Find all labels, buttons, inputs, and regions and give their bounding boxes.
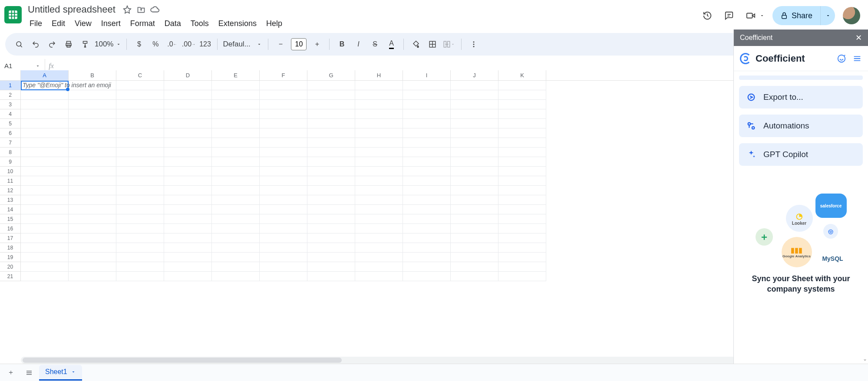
cell[interactable] [21, 138, 69, 148]
cell[interactable] [260, 195, 307, 205]
number-format-button[interactable]: 123 [198, 36, 212, 52]
cell[interactable] [69, 233, 116, 243]
cell[interactable] [307, 157, 355, 167]
cell[interactable] [451, 233, 498, 243]
cell[interactable] [164, 128, 212, 138]
cell[interactable] [355, 128, 403, 138]
cell[interactable] [21, 262, 69, 272]
cell[interactable] [307, 176, 355, 186]
cell[interactable] [69, 167, 116, 176]
column-header[interactable]: G [307, 70, 355, 80]
cell[interactable] [260, 109, 307, 119]
cell[interactable] [164, 167, 212, 176]
add-sheet-icon[interactable]: ＋ [3, 366, 19, 380]
cell[interactable] [212, 119, 260, 128]
cell[interactable] [307, 128, 355, 138]
cell[interactable] [403, 148, 451, 157]
row-header[interactable]: 14 [0, 205, 21, 214]
cell[interactable] [355, 262, 403, 272]
cell[interactable] [355, 148, 403, 157]
cell[interactable] [307, 119, 355, 128]
cell[interactable] [498, 157, 546, 167]
cell[interactable] [212, 90, 260, 100]
cell[interactable] [355, 224, 403, 233]
cell[interactable] [116, 157, 164, 167]
cell[interactable] [355, 243, 403, 253]
column-header[interactable]: C [116, 70, 164, 80]
cell[interactable] [498, 148, 546, 157]
cell[interactable] [355, 167, 403, 176]
column-header[interactable]: E [212, 70, 260, 80]
cloud-status-icon[interactable] [150, 5, 160, 14]
cell[interactable] [307, 100, 355, 109]
cell[interactable] [355, 100, 403, 109]
cell[interactable] [21, 233, 69, 243]
print-icon[interactable] [62, 36, 76, 52]
cell[interactable] [164, 81, 212, 90]
cell[interactable] [212, 205, 260, 214]
column-header[interactable]: A [21, 70, 69, 80]
cell[interactable] [164, 119, 212, 128]
cell[interactable] [451, 224, 498, 233]
cell[interactable] [307, 195, 355, 205]
cell[interactable] [451, 100, 498, 109]
star-icon[interactable] [122, 5, 132, 14]
cell[interactable] [116, 205, 164, 214]
cell[interactable] [307, 81, 355, 90]
cell[interactable] [21, 224, 69, 233]
cell[interactable] [451, 138, 498, 148]
cell[interactable] [307, 262, 355, 272]
column-header[interactable]: K [498, 70, 546, 80]
chat-icon[interactable] [837, 54, 846, 63]
cell[interactable] [116, 214, 164, 224]
cell[interactable] [116, 90, 164, 100]
cell[interactable] [69, 109, 116, 119]
cell[interactable] [116, 81, 164, 90]
cell[interactable] [116, 195, 164, 205]
borders-icon[interactable] [426, 36, 439, 52]
cell[interactable] [212, 262, 260, 272]
decrease-font-icon[interactable]: − [274, 36, 287, 52]
cell[interactable] [403, 205, 451, 214]
menu-view[interactable]: View [70, 17, 96, 30]
cell[interactable] [498, 272, 546, 281]
cell[interactable] [307, 148, 355, 157]
cell[interactable] [164, 138, 212, 148]
cell[interactable] [498, 176, 546, 186]
cell[interactable] [21, 148, 69, 157]
cell[interactable] [307, 224, 355, 233]
row-header[interactable]: 9 [0, 157, 21, 167]
cell[interactable] [116, 233, 164, 243]
row-header[interactable]: 4 [0, 109, 21, 119]
cell[interactable] [164, 253, 212, 262]
menu-insert[interactable]: Insert [97, 17, 125, 30]
cell[interactable] [116, 262, 164, 272]
column-header[interactable]: I [403, 70, 451, 80]
cell[interactable] [116, 272, 164, 281]
cell[interactable] [260, 128, 307, 138]
cell[interactable] [307, 90, 355, 100]
paint-format-icon[interactable] [78, 36, 92, 52]
cell[interactable] [451, 214, 498, 224]
cell[interactable] [116, 100, 164, 109]
increase-font-icon[interactable]: + [310, 36, 324, 52]
cell[interactable] [21, 205, 69, 214]
font-size-input[interactable] [291, 38, 307, 50]
cell[interactable] [403, 90, 451, 100]
text-color-icon[interactable]: A [384, 36, 398, 52]
cell[interactable] [498, 243, 546, 253]
cell[interactable] [260, 224, 307, 233]
cell[interactable] [69, 243, 116, 253]
cell[interactable] [403, 109, 451, 119]
row-header[interactable]: 7 [0, 138, 21, 148]
cell[interactable] [116, 186, 164, 195]
cell[interactable] [116, 128, 164, 138]
cell[interactable] [116, 119, 164, 128]
caret-down-icon[interactable] [759, 13, 765, 18]
increase-decimal-icon[interactable]: .00→ [182, 36, 195, 52]
cell[interactable] [164, 157, 212, 167]
cell[interactable] [212, 148, 260, 157]
cell[interactable] [164, 272, 212, 281]
more-tools-icon[interactable] [467, 36, 481, 52]
all-sheets-icon[interactable] [21, 366, 37, 380]
